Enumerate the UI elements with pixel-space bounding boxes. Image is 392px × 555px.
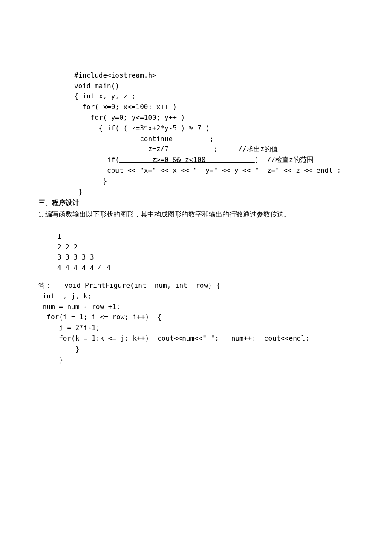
code-block: #include<iostream.h> void main() { int x… <box>74 60 354 197</box>
answer-line: } <box>38 356 63 364</box>
code-line: for( y=0; y<=100; y++ ) <box>74 113 185 121</box>
pattern-row: 3 3 3 3 3 <box>57 253 94 261</box>
code-line: #include<iostream.h> <box>74 71 156 79</box>
code-line-suffix: ) //检查z的范围 <box>255 156 314 164</box>
code-line: } <box>74 188 82 196</box>
code-line: for( x=0; x<=100; x++ ) <box>74 103 177 111</box>
pattern-row: 4 4 4 4 4 4 4 <box>57 264 110 272</box>
answer-line: num = num - row +1; <box>38 303 121 311</box>
answer-label: 答： <box>38 281 52 289</box>
code-line: { if( ( z=3*x+2*y-5 ) % 7 ) <box>74 124 210 132</box>
code-line: cout << "x=" << x << " y=" << y << " z="… <box>74 166 341 174</box>
code-line: { int x, y, z ; <box>74 92 136 100</box>
pattern-block: 1 2 2 2 3 3 3 3 3 4 4 4 4 4 4 4 <box>57 221 354 274</box>
fill-blank-1: continue <box>107 135 210 143</box>
answer-line: for(k = 1;k <= j; k++) cout<<num<<" "; n… <box>38 334 309 342</box>
answer-block: 答： void PrintFigure(int num, int row) { … <box>38 280 354 365</box>
fill-blank-2: z=z/7 <box>107 145 213 153</box>
code-line: } <box>74 177 107 185</box>
code-line-suffix: ; <box>210 135 214 143</box>
answer-line: int i, j, k; <box>38 292 92 300</box>
code-line-suffix: ; //求出z的值 <box>214 145 278 153</box>
answer-line: void PrintFigure(int num, int row) { <box>52 281 220 289</box>
answer-line: j = 2*i-1; <box>38 324 100 332</box>
pattern-row: 1 <box>57 232 61 240</box>
code-line: void main() <box>74 82 119 90</box>
code-line-prefix <box>74 135 107 143</box>
code-line-prefix <box>74 145 107 153</box>
answer-line: } <box>38 345 79 353</box>
question-1: 1. 编写函数输出以下形状的图形，其中构成图形的数字和输出的行数通过参数传送。 <box>38 209 354 220</box>
code-line-prefix: if( <box>74 156 119 164</box>
fill-blank-3: z>=0 && z<100 <box>119 156 255 164</box>
answer-line: for(i = 1; i <= row; i++) { <box>38 313 161 321</box>
pattern-row: 2 2 2 <box>57 243 78 251</box>
section-heading: 三、程序设计 <box>38 198 354 208</box>
